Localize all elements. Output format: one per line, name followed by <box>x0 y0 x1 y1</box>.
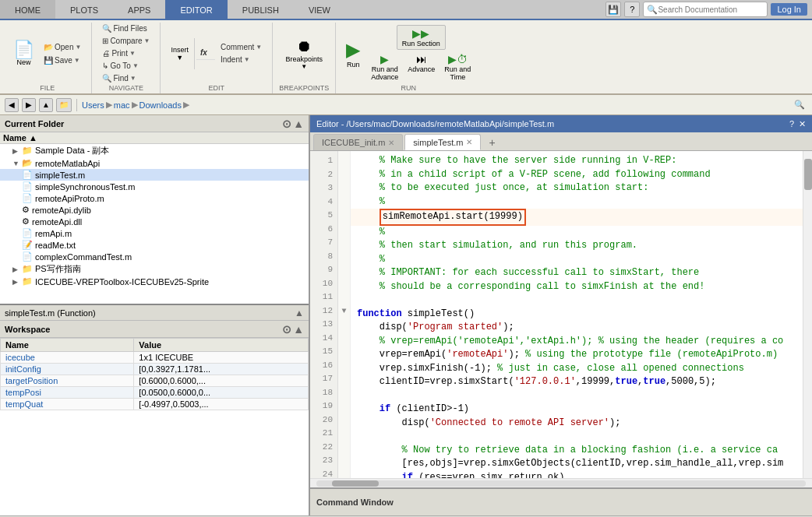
code-line[interactable]: % <box>351 226 803 240</box>
code-line[interactable] <box>351 430 803 444</box>
new-button[interactable]: 📄 New <box>9 39 38 69</box>
code-line[interactable]: % then start simulation, and run this pr… <box>351 239 803 253</box>
run-advance-button[interactable]: ▶ Run andAdvance <box>367 51 402 83</box>
workspace-collapse-icon[interactable]: ▲ <box>293 323 304 336</box>
code-line[interactable]: vrep.simxFinish(-1); % just in case, clo… <box>351 362 803 376</box>
code-line[interactable]: vrep=remApi('remoteApi'); % using the pr… <box>351 348 803 362</box>
breakpoints-button[interactable]: ⏺ Breakpoints ▼ <box>281 35 327 72</box>
editor-help-icon[interactable]: ? <box>789 119 794 129</box>
search-input[interactable] <box>658 5 764 14</box>
save-icon-btn[interactable]: 💾 <box>605 2 621 17</box>
login-button[interactable]: Log In <box>771 3 807 16</box>
ws-name-link[interactable]: targetPosition <box>5 376 58 385</box>
up-button[interactable]: ▲ <box>39 98 53 112</box>
indent-button[interactable]: Indent▼ <box>217 54 266 65</box>
insert-button[interactable]: Insert ▼ <box>167 44 192 64</box>
browse-button[interactable]: 📁 <box>56 98 72 112</box>
code-line[interactable] <box>351 294 803 308</box>
name-column-header[interactable]: Name ▲ <box>3 133 305 142</box>
tab-view[interactable]: VIEW <box>294 0 345 19</box>
workspace-row[interactable]: targetPosition [0.6000,0.6000,... <box>1 375 309 387</box>
workspace-row[interactable]: initConfig [0,0.3927,1.1781... <box>1 364 309 375</box>
workspace-row[interactable]: tempPosi [0.0500,0.6000,0... <box>1 387 309 399</box>
breadcrumb-users[interactable]: Users <box>82 100 104 110</box>
code-line[interactable]: simRemoteApi.start(19999) <box>351 209 803 226</box>
goto-button[interactable]: ↳Go To▼ <box>98 60 154 72</box>
tree-item-sample-data[interactable]: ▶ 📁 Sample Data - 副本 <box>0 144 309 157</box>
tab-apps[interactable]: APPS <box>113 0 165 19</box>
tab-home[interactable]: HOME <box>0 0 55 19</box>
code-line[interactable]: % in a child script of a V-REP scene, ad… <box>351 168 803 182</box>
code-line[interactable]: [res,objs]=vrep.simxGetObjects(clientID,… <box>351 457 803 471</box>
code-line[interactable]: function simpleTest() <box>351 308 803 322</box>
ws-col-value[interactable]: Value <box>134 339 309 352</box>
comment-button[interactable]: Comment▼ <box>217 41 266 53</box>
tree-item-remapi[interactable]: 📄 remApi.m <box>0 227 309 239</box>
tree-item-ps[interactable]: ▶ 📁 PS写作指南 <box>0 262 309 276</box>
breadcrumb-mac[interactable]: mac <box>114 100 130 110</box>
run-button[interactable]: ▶ Run <box>342 37 364 71</box>
ws-col-name[interactable]: Name <box>1 339 134 352</box>
code-line[interactable] <box>351 389 803 403</box>
tab-editor[interactable]: EDITOR <box>165 0 227 19</box>
back-button[interactable]: ◀ <box>5 98 19 112</box>
tab-close-0[interactable]: ✕ <box>388 139 394 147</box>
advance-button[interactable]: ⏭ Advance <box>404 51 439 83</box>
run-time-button[interactable]: ▶⏱ Run andTime <box>440 51 475 83</box>
ws-name-link[interactable]: initConfig <box>5 364 41 374</box>
save-button[interactable]: 💾Save▼ <box>40 55 84 66</box>
code-line[interactable]: % Now try to retrieve data in a blocking… <box>351 444 803 458</box>
breadcrumb-downloads[interactable]: Downloads <box>139 100 182 110</box>
code-line[interactable]: disp('Connected to remote API server'); <box>351 417 803 431</box>
editor-close-icon[interactable]: ✕ <box>799 119 806 129</box>
panel-collapse-icon[interactable]: ▲ <box>293 118 304 130</box>
ws-name-link[interactable]: tempQuat <box>5 399 43 409</box>
editor-vscrollbar[interactable] <box>803 151 812 478</box>
editor-tab-icecube[interactable]: ICECUBE_init.m ✕ <box>313 134 403 150</box>
workspace-row[interactable]: icecube 1x1 ICECUBE <box>1 352 309 364</box>
run-section-button[interactable]: ▶ ▶ Run Section <box>397 25 446 50</box>
panel-options-icon[interactable]: ⊙ <box>282 118 291 130</box>
code-line[interactable]: % vrep=remApi('remoteApi','extApi.h'); %… <box>351 335 803 349</box>
find-button[interactable]: 🔍Find▼ <box>98 72 154 84</box>
forward-button[interactable]: ▶ <box>22 98 36 112</box>
code-line[interactable]: if (res==vrep.simx_return_ok) <box>351 471 803 479</box>
print-button[interactable]: 🖨Print▼ <box>98 47 154 59</box>
tree-item-icecube[interactable]: ▶ 📁 ICECUBE-VREPToolbox-ICECUBEv25-Sprit… <box>0 276 309 287</box>
code-line[interactable]: % <box>351 253 803 267</box>
fx-button[interactable]: fx <box>196 47 215 58</box>
editor-tab-simpletest[interactable]: simpleTest.m ✕ <box>404 134 481 150</box>
tree-item-complex[interactable]: 📄 complexCommandTest.m <box>0 251 309 262</box>
code-line[interactable]: % Make sure to have the server side runn… <box>351 154 803 168</box>
ws-name-link[interactable]: icecube <box>5 353 35 362</box>
tab-close-1[interactable]: ✕ <box>466 138 472 146</box>
code-line[interactable]: if (clientID>-1) <box>351 403 803 417</box>
compare-button[interactable]: ⊞Compare▼ <box>98 35 154 47</box>
add-tab-button[interactable]: + <box>482 134 501 150</box>
code-line[interactable]: % to be executed just once, at simulatio… <box>351 181 803 195</box>
code-line[interactable]: % should be a corresponding call to simx… <box>351 280 803 294</box>
code-line[interactable]: clientID=vrep.simxStart('127.0.0.1',1999… <box>351 375 803 389</box>
code-line[interactable]: % IMPORTANT: for each successful call to… <box>351 266 803 280</box>
tree-item-simple-test[interactable]: 📄 simpleTest.m <box>0 169 309 181</box>
editor-hscrollbar[interactable] <box>310 478 812 487</box>
tree-item-simple-sync[interactable]: 📄 simpleSynchronousTest.m <box>0 181 309 192</box>
tree-item-readme[interactable]: 📝 readMe.txt <box>0 239 309 251</box>
tab-publish[interactable]: PUBLISH <box>228 0 294 19</box>
workspace-options-icon[interactable]: ⊙ <box>282 323 291 336</box>
tree-item-remote-matlab[interactable]: ▼ 📂 remoteMatlabApi <box>0 157 309 169</box>
code-content[interactable]: % Make sure to have the server side runn… <box>351 151 803 478</box>
open-button[interactable]: 📂Open▼ <box>40 41 85 53</box>
tree-item-dylib[interactable]: ⚙ remoteApi.dylib <box>0 204 309 216</box>
code-line[interactable]: disp('Program started'); <box>351 321 803 335</box>
workspace-row[interactable]: tempQuat [-0.4997,0.5003,... <box>1 399 309 410</box>
tree-item-remote-proto[interactable]: 📄 remoteApiProto.m <box>0 192 309 204</box>
ws-name-link[interactable]: tempPosi <box>5 388 41 397</box>
tree-item-dll[interactable]: ⚙ remoteApi.dll <box>0 216 309 227</box>
function-collapse-icon[interactable]: ▲ <box>295 308 304 318</box>
find-files-button[interactable]: 🔍Find Files <box>98 23 154 34</box>
code-line[interactable]: % <box>351 195 803 209</box>
help-icon-btn[interactable]: ? <box>624 2 640 17</box>
search-docs-button[interactable]: 🔍 <box>792 97 807 113</box>
tab-plots[interactable]: PLOTS <box>55 0 113 19</box>
